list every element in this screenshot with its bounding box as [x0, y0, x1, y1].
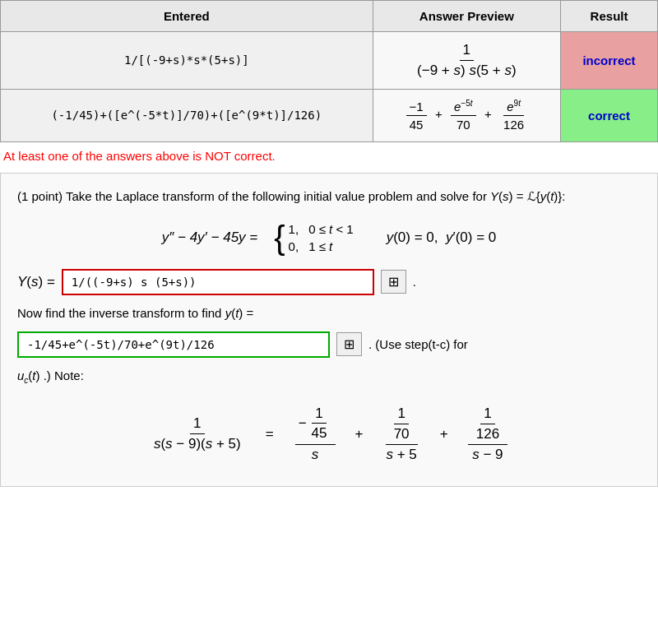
equals-sign: = — [266, 426, 274, 442]
case-2-val: 0, — [289, 239, 299, 253]
brace-icon: { — [274, 221, 285, 254]
piecewise-def: { 1, 0 ≤ t < 1 0, 1 ≤ t — [274, 221, 353, 254]
piecewise-case-1: 1, 0 ≤ t < 1 — [289, 222, 354, 236]
plus-1: + — [355, 426, 364, 442]
ode-lhs: y″ − 4y′ − 45y = — [162, 229, 258, 246]
bottom-formula: 1 s(s − 9)(s + 5) = − 1 45 s + — [17, 404, 641, 465]
ys-dot: . — [413, 275, 416, 289]
instruction-text: Take the Laplace transform of the follow… — [66, 189, 566, 203]
col-header-preview: Answer Preview — [373, 1, 560, 32]
ys-label: Y(s) = — [17, 274, 55, 290]
ode-display: y″ − 4y′ − 45y = { 1, 0 ≤ t < 1 0, 1 ≤ t… — [17, 221, 641, 254]
formula-term-1: − 1 45 s — [294, 404, 337, 465]
use-step-note: . (Use step(t-c) for — [368, 337, 468, 351]
piecewise-cases: 1, 0 ≤ t < 1 0, 1 ≤ t — [289, 222, 354, 253]
preview-cell-1: 1 (−9 + s) s(5 + s) — [373, 32, 560, 90]
table-row: (-1/45)+([e^(-5*t)]/70)+([e^(9*t)]/126) … — [1, 89, 658, 141]
case-1-cond: 0 ≤ t < 1 — [308, 222, 354, 236]
points-label: (1 point) — [17, 189, 63, 203]
problem-area: (1 point) Take the Laplace transform of … — [0, 173, 658, 487]
initial-conditions: y(0) = 0, y′(0) = 0 — [387, 229, 497, 246]
inverse-transform-label: Now find the inverse transform to find y… — [17, 303, 641, 323]
entered-cell-1: 1/[(-9+s)*s*(5+s)] — [1, 32, 373, 90]
formula-term-3: 1 126 s − 9 — [466, 404, 509, 464]
result-cell-2: correct — [561, 89, 658, 141]
table-row: 1/[(-9+s)*s*(5+s)] 1 (−9 + s) s(5 + s) i… — [1, 32, 658, 90]
yt-input-row: ⊞ . (Use step(t-c) for — [17, 331, 641, 358]
results-table: Entered Answer Preview Result 1/[(-9+s)*… — [0, 0, 658, 142]
yt-input[interactable] — [17, 331, 330, 358]
preview-math-2: −1 45 + e−5t 70 + e9t 126 — [405, 107, 530, 121]
col-header-entered: Entered — [1, 1, 373, 32]
formula-term-2: 1 70 s + 5 — [381, 404, 421, 464]
problem-statement: (1 point) Take the Laplace transform of … — [17, 187, 641, 206]
case-1-val: 1, — [289, 222, 299, 236]
uc-note: uc(t) .) Note: — [17, 366, 641, 387]
yt-grid-button[interactable]: ⊞ — [336, 332, 362, 356]
formula-lhs: 1 s(s − 9)(s + 5) — [149, 414, 246, 454]
warning-message: At least one of the answers above is NOT… — [0, 142, 658, 169]
result-cell-1: incorrect — [561, 32, 658, 90]
preview-cell-2: −1 45 + e−5t 70 + e9t 126 — [373, 89, 560, 141]
col-header-result: Result — [561, 1, 658, 32]
preview-math-1: 1 (−9 + s) s(5 + s) — [412, 52, 521, 66]
entered-cell-2: (-1/45)+([e^(-5*t)]/70)+([e^(9*t)]/126) — [1, 89, 373, 141]
ys-input[interactable] — [62, 269, 374, 295]
piecewise-case-2: 0, 1 ≤ t — [289, 239, 354, 253]
case-2-cond: 1 ≤ t — [308, 239, 332, 253]
ys-grid-button[interactable]: ⊞ — [381, 270, 406, 294]
plus-2: + — [440, 426, 448, 442]
ys-input-row: Y(s) = ⊞ . — [17, 269, 641, 295]
